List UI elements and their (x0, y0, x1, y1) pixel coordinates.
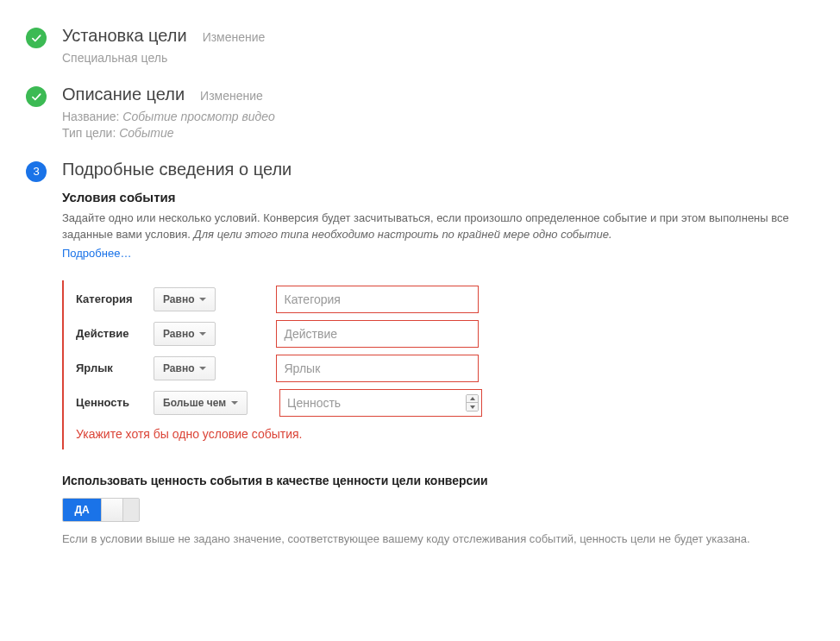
value-hint: Если в условии выше не задано значение, … (62, 531, 814, 548)
step-description-content: Описание цели Изменение Название: Событи… (62, 85, 814, 142)
name-value: Событие просмотр видео (122, 110, 275, 123)
step-details-content: Подробные сведения о цели Условия событи… (62, 160, 814, 548)
chevron-down-icon (199, 298, 206, 301)
step-indicator-done (26, 86, 47, 107)
value-section-heading: Использовать ценность события в качестве… (62, 474, 814, 487)
step-header: Описание цели Изменение (62, 85, 814, 104)
condition-row-value: Ценность Больше чем (76, 389, 814, 417)
checkmark-icon (30, 32, 42, 44)
step-title: Установка цели (62, 26, 187, 46)
toggle-knob (101, 499, 123, 521)
step-indicator-active: 3 (26, 161, 47, 182)
dropdown-value: Больше чем (163, 397, 226, 409)
dropdown-value: Равно (163, 362, 194, 374)
condition-label: Ценность (76, 396, 154, 409)
chevron-down-icon (470, 405, 475, 409)
condition-row-category: Категория Равно (76, 286, 814, 313)
value-input-wrap (248, 389, 482, 417)
value-input[interactable] (279, 389, 482, 417)
step-indicator-done (26, 28, 47, 48)
dropdown-value: Равно (163, 293, 194, 305)
operator-dropdown[interactable]: Равно (154, 356, 216, 380)
conditions-description: Задайте одно или несколько условий. Конв… (62, 210, 814, 243)
number-spinner[interactable] (466, 394, 479, 412)
spinner-up[interactable] (467, 395, 478, 404)
chevron-down-icon (199, 367, 206, 370)
desc-italic: Для цели этого типа необходимо настроить… (194, 228, 612, 241)
step-description: Описание цели Изменение Название: Событи… (26, 85, 814, 142)
step-title: Описание цели (62, 85, 185, 104)
edit-link[interactable]: Изменение (200, 89, 263, 103)
chevron-down-icon (199, 332, 206, 336)
step-setup: Установка цели Изменение Специальная цел… (26, 26, 814, 67)
conditions-block: Категория Равно Действие Равно Ярлык Ра (62, 280, 814, 449)
toggle-on-label: ДА (63, 499, 101, 521)
operator-dropdown[interactable]: Больше чем (154, 391, 248, 415)
step-title: Подробные сведения о цели (62, 160, 291, 179)
condition-label: Действие (76, 327, 154, 340)
condition-row-action: Действие Равно (76, 320, 814, 348)
dropdown-value: Равно (163, 328, 194, 340)
step-setup-content: Установка цели Изменение Специальная цел… (62, 26, 814, 67)
step-number: 3 (33, 165, 39, 178)
operator-dropdown[interactable]: Равно (154, 322, 216, 346)
chevron-up-icon (470, 397, 475, 400)
category-input[interactable] (276, 286, 479, 313)
step-header: Установка цели Изменение (62, 26, 814, 46)
learn-more-link[interactable]: Подробнее… (62, 247, 131, 260)
checkmark-icon (30, 91, 42, 103)
condition-row-tag: Ярлык Равно (76, 355, 814, 382)
operator-dropdown[interactable]: Равно (154, 287, 216, 311)
action-input[interactable] (276, 320, 479, 348)
edit-link[interactable]: Изменение (203, 30, 266, 44)
step-details: 3 Подробные сведения о цели Условия собы… (26, 160, 814, 548)
error-message: Укажите хотя бы одно условие события. (76, 427, 814, 441)
toggle-off (123, 499, 139, 521)
step-header: Подробные сведения о цели (62, 160, 814, 179)
spinner-down[interactable] (467, 403, 478, 411)
conditions-heading: Условия события (62, 190, 814, 204)
chevron-down-icon (231, 401, 238, 405)
condition-label: Ярлык (76, 361, 154, 374)
use-value-toggle[interactable]: ДА (62, 498, 140, 522)
type-label: Тип цели: (62, 126, 116, 140)
name-label: Название: (62, 110, 119, 123)
step-subtitle: Название: Событие просмотр видео Тип цел… (62, 109, 814, 142)
tag-input[interactable] (276, 355, 479, 382)
step-subtitle: Специальная цель (62, 50, 814, 67)
condition-label: Категория (76, 292, 154, 305)
type-value: Событие (119, 126, 173, 140)
